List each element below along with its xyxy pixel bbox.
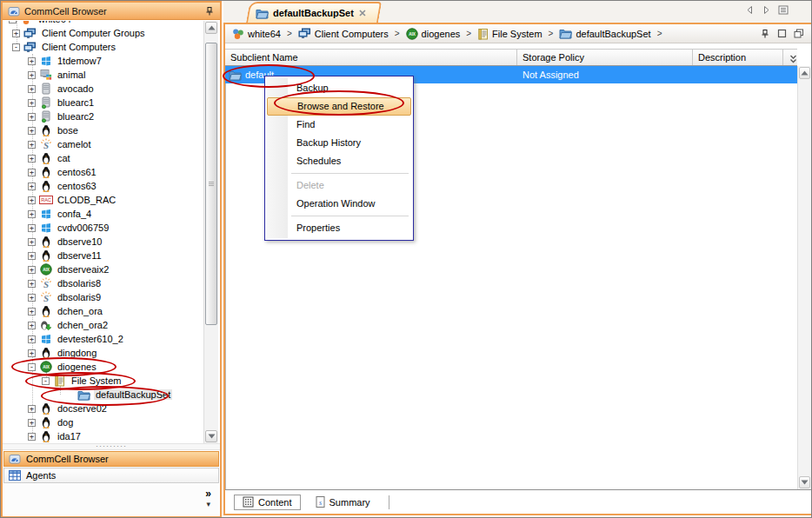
breadcrumb-item-file-system[interactable]: File System [477,28,542,40]
tree-item-cat[interactable]: +cat [3,151,203,165]
expand-toggle-icon[interactable]: + [28,155,36,163]
expand-toggle-icon[interactable]: + [28,85,36,93]
breadcrumb-item-client-computers[interactable]: Client Computers [298,28,389,39]
tree-item-confa-4[interactable]: +confa_4 [3,207,203,221]
tree-item-ida17[interactable]: +ida17 [3,429,203,443]
collapse-toggle-icon[interactable]: - [42,377,50,385]
view-tab-content[interactable]: Content [234,495,301,510]
nav-right-icon[interactable] [762,5,771,15]
panel-button-agents[interactable]: Agents [3,468,219,483]
tree-item-client-computer-groups[interactable]: +Client Computer Groups [3,26,203,40]
tree-item-centos63[interactable]: +centos63 [3,179,203,193]
column-chooser-button[interactable] [783,50,797,65]
expand-toggle-icon[interactable]: + [12,30,20,37]
breadcrumb-item-defaultbackupset[interactable]: defaultBackupSet [559,28,650,39]
menu-item-find[interactable]: Find [267,116,411,134]
expand-toggle-icon[interactable]: + [28,405,36,413]
scroll-up-icon[interactable] [799,67,810,79]
menu-item-properties[interactable]: Properties [267,219,411,237]
expand-toggle-icon[interactable]: + [28,210,36,218]
tree-item-avocado[interactable]: +avocado [3,82,203,96]
pin-icon[interactable] [204,6,215,17]
menu-item-operation-window[interactable]: Operation Window [267,195,411,213]
expand-toggle-icon[interactable]: + [28,141,36,149]
expand-toggle-icon[interactable]: + [28,238,36,246]
expand-toggle-icon[interactable]: + [28,113,36,121]
tree-item-cvdv006759[interactable]: +cvdv006759 [3,221,203,235]
expand-toggle-icon[interactable]: + [28,433,36,441]
tree-item-bluearc2[interactable]: +bluearc2 [3,110,203,123]
tree-item-bose[interactable]: +bose [3,123,203,137]
tree-item-animal[interactable]: +animal [3,68,203,82]
expand-toggle-icon[interactable]: + [28,335,36,343]
expand-toggle-icon[interactable]: + [28,308,36,315]
collapse-toggle-icon[interactable]: - [9,21,17,23]
expand-toggle-icon[interactable]: + [28,349,36,357]
expand-toggle-icon[interactable]: + [28,196,36,204]
menu-item-backup-history[interactable]: Backup History [267,134,411,152]
tree-item-dbsolaris9[interactable]: +Sdbsolaris9 [3,290,203,304]
tree-item-diogenes[interactable]: -AIXdiogenes [3,360,203,374]
menu-item-browse-and-restore[interactable]: Browse and Restore [267,97,411,116]
tree-item-devtester610-2[interactable]: +devtester610_2 [3,332,203,346]
breadcrumb-item-white64[interactable]: white64 [232,28,281,40]
expand-toggle-icon[interactable]: + [28,419,36,427]
pin-icon[interactable] [760,29,770,39]
expand-toggle-icon[interactable]: + [28,57,36,65]
expand-toggle-icon[interactable]: + [28,99,36,107]
close-icon[interactable] [358,9,367,17]
nav-left-icon[interactable] [745,5,755,15]
tree-item-centos61[interactable]: +centos61 [3,165,203,179]
expand-toggle-icon[interactable]: + [28,252,36,260]
tree-item-camelot[interactable]: +Scamelot [3,137,203,151]
expand-toggle-icon[interactable]: + [28,127,36,135]
breadcrumb-item-diogenes[interactable]: AIXdiogenes [406,28,461,40]
column-header-subclient-name[interactable]: Subclient Name [225,50,517,65]
scroll-up-icon[interactable] [205,22,217,34]
collapse-toggle-icon[interactable]: - [28,363,36,371]
tree-item-dchen-ora2[interactable]: +dchen_ora2 [3,318,203,332]
expand-toggle-icon[interactable]: + [28,280,36,288]
tree-item-defaultbackupset[interactable]: defaultBackupSet [3,388,203,402]
tree-item-dingdong[interactable]: +dingdong [3,346,203,360]
tree-item-client-computers[interactable]: -Client Computers [3,40,203,54]
restore-icon[interactable] [794,29,804,38]
menu-item-schedules[interactable]: Schedules [267,152,411,170]
tree-item-1tdemow7[interactable]: +1tdemow7 [3,54,203,68]
tree-item-dbsolaris8[interactable]: +Sdbsolaris8 [3,276,203,290]
panel-button-commcell-browser[interactable]: CommCell Browser [3,451,219,467]
view-tab-summary[interactable]: sSummary [308,495,378,510]
menu-item-backup[interactable]: Backup [267,79,411,97]
tree-item-bluearc1[interactable]: +bluearc1 [3,96,203,110]
scroll-down-icon[interactable] [205,430,217,442]
tree-item-dog[interactable]: +dog [3,415,203,429]
scrollbar-thumb[interactable] [205,43,217,325]
nav-list-icon[interactable] [778,5,789,15]
tree-scrollbar[interactable] [203,21,218,443]
tab-defaultbackupset[interactable]: defaultBackupSet [246,2,382,23]
column-header-storage-policy[interactable]: Storage Policy [517,50,693,65]
tree-item-dbserve11[interactable]: +dbserve11 [3,249,203,262]
column-header-description[interactable]: Description [693,50,783,65]
tree-item-docserve02[interactable]: +docserve02 [3,402,203,415]
expand-toggle-icon[interactable]: + [28,224,36,232]
tree-item-clodb-rac[interactable]: +RACCLODB_RAC [3,193,203,207]
tree-item-dbserveaix2[interactable]: +AIXdbserveaix2 [3,262,203,276]
expand-toggle-icon[interactable]: + [28,169,36,176]
expand-toggle-icon[interactable]: + [28,294,36,302]
tree-item-file-system[interactable]: -File System [3,374,203,388]
expand-toggle-icon[interactable]: + [28,266,36,274]
expand-toggle-icon[interactable]: + [28,322,36,329]
collapse-toggle-icon[interactable]: - [12,43,20,51]
overflow-chevron[interactable]: » [205,488,211,500]
maximize-icon[interactable] [777,29,787,38]
expand-toggle-icon[interactable]: + [28,71,36,79]
scroll-down-icon[interactable] [799,476,810,488]
tree-item-dbserve10[interactable]: +dbserve10 [3,235,203,249]
expand-toggle-icon[interactable]: + [28,183,36,190]
panel-splitter[interactable]: ········· [3,443,220,450]
table-scrollbar[interactable] [797,66,811,489]
overflow-arrow-icon[interactable]: ▾ [206,500,210,508]
tree-item-dchen-ora[interactable]: +dchen_ora [3,304,203,318]
storage-policy-cell[interactable]: Not Assigned [517,70,693,80]
